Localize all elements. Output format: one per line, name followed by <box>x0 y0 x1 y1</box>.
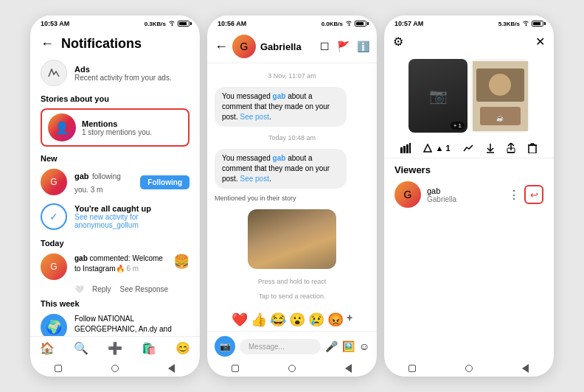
back-button-1[interactable]: ← <box>41 36 54 52</box>
android-nav-1 <box>30 361 200 377</box>
trending-action[interactable] <box>463 144 473 152</box>
viewer-item-1[interactable]: G gab Gabriella ⋮ ↩ <box>394 181 543 208</box>
signal-3: 5.3KB/s <box>498 21 520 27</box>
mic-icon[interactable]: 🎤 <box>325 340 338 352</box>
video-icon[interactable]: ☐ <box>320 41 330 52</box>
chat-messages: 3 Nov, 11:07 am You messaged gab about a… <box>207 63 377 309</box>
more-icon[interactable]: ⋮ <box>508 188 520 202</box>
stories-section-label: Stories about you <box>30 90 200 105</box>
story-thumb-dark[interactable]: 📷 + 1 <box>409 59 467 133</box>
chart-action[interactable] <box>400 143 411 153</box>
svg-rect-6 <box>403 146 406 153</box>
chat-back[interactable]: ← <box>215 39 228 55</box>
mentions-item[interactable]: 👤 Mentions 1 story mentions you. <box>41 108 190 147</box>
mentions-name: Mentions <box>82 119 182 128</box>
reply-link[interactable]: Reply <box>92 285 111 293</box>
today-text-1: gab commented: Welcome to Instagram🔥 6 m <box>74 253 166 274</box>
nav-add[interactable]: ➕ <box>108 341 122 355</box>
gab-follow-item[interactable]: G gab following you. 3 m Following <box>30 165 200 199</box>
chat-header: ← G Gabriella ☐ 🚩 ℹ️ <box>207 30 377 63</box>
close-icon[interactable]: ✕ <box>535 35 545 49</box>
android-square-3[interactable] <box>408 364 417 373</box>
android-back-3[interactable] <box>521 364 530 373</box>
story-image <box>248 209 336 269</box>
svg-rect-8 <box>409 143 411 153</box>
share-action[interactable] <box>507 143 515 153</box>
ads-item[interactable]: Ads Recent activity from your ads. <box>30 56 200 90</box>
nav-home[interactable]: 🏠 <box>40 341 55 355</box>
info-icon[interactable]: ℹ️ <box>357 41 369 52</box>
caught-line1: You're all caught up <box>74 204 190 213</box>
flag-icon[interactable]: 🚩 <box>337 41 350 52</box>
android-back[interactable] <box>167 364 176 373</box>
chat-header-icons: ☐ 🚩 ℹ️ <box>320 41 369 52</box>
nav-shop[interactable]: 🛍️ <box>142 341 156 355</box>
delete-action[interactable] <box>528 143 537 153</box>
mentions-text: Mentions 1 story mentions you. <box>82 119 182 136</box>
like-icon[interactable]: 🤍 <box>74 285 83 293</box>
viewers-section: Viewers G gab Gabriella ⋮ ↩ <box>384 158 554 214</box>
wifi-icon-1 <box>168 20 175 27</box>
story-viewer-header: ⚙ ✕ <box>384 30 554 53</box>
android-circle-3[interactable] <box>465 364 473 373</box>
time-2: 10:56 AM <box>218 20 246 27</box>
ads-avatar <box>41 60 67 86</box>
gallery-icon[interactable]: 🖼️ <box>342 340 355 352</box>
story-thumb-photo[interactable]: ☕ <box>470 59 529 133</box>
viewer-action-icons: ⋮ ↩ <box>508 185 543 204</box>
caught-text: You're all caught up See new activity fo… <box>74 204 190 229</box>
react-heart[interactable]: ❤️ <box>232 312 248 328</box>
android-back-2[interactable] <box>344 364 353 373</box>
press-hold-hint: Press and hold to react <box>215 278 369 285</box>
week-item-1[interactable]: 🌍 Follow NATIONAL GEORGEPHANIC, An.dy an… <box>30 310 200 336</box>
gab-avatar-1: G <box>41 169 67 195</box>
battery-icon-1 <box>178 21 190 27</box>
today-item-1[interactable]: G gab commented: Welcome to Instagram🔥 6… <box>30 250 200 284</box>
react-thumbs[interactable]: 👍 <box>251 312 267 328</box>
react-more[interactable]: + <box>347 312 352 328</box>
svg-rect-15 <box>529 145 536 153</box>
status-right-3: 5.3KB/s <box>498 20 543 27</box>
android-square[interactable] <box>54 364 63 373</box>
viewers-title: Viewers <box>394 164 543 175</box>
emoji-icon[interactable]: ☺ <box>359 340 369 352</box>
today-name: gab <box>74 254 88 262</box>
reactions-bar[interactable]: ❤️ 👍 😂 😮 😢 😡 + <box>207 309 377 331</box>
gab-follow-text: gab following you. 3 m <box>74 169 133 195</box>
settings-icon[interactable]: ⚙ <box>393 35 403 49</box>
see-response-link[interactable]: See Response <box>120 285 169 293</box>
signal-2: 0.0KB/s <box>321 21 343 27</box>
chat-input-area: 📷 Message... 🎤 🖼️ ☺ <box>207 331 377 361</box>
react-angry[interactable]: 😡 <box>327 312 344 328</box>
ads-name: Ads <box>74 65 190 74</box>
svg-point-2 <box>489 74 511 96</box>
gab-avatar-today: G <box>41 253 67 280</box>
nav-profile[interactable]: 😊 <box>175 341 190 355</box>
phone-3: 10:57 AM 5.3KB/s ⚙ ✕ 📷 + 1 <box>384 15 554 377</box>
views-count[interactable]: ▲ 1 <box>423 144 450 153</box>
page-title-1: Notifications <box>61 36 142 52</box>
viewer-sub-name: Gabriella <box>427 195 502 203</box>
nav-search[interactable]: 🔍 <box>74 341 88 355</box>
ads-sub: Recent activity from your ads. <box>74 74 190 82</box>
reply-story-button[interactable]: ↩ <box>524 185 543 204</box>
week-avatar: 🌍 <box>41 314 67 336</box>
android-circle-2[interactable] <box>288 364 296 373</box>
emoji-react: 🍔 <box>173 253 190 270</box>
message-input[interactable]: Message... <box>240 339 321 354</box>
svg-marker-9 <box>424 144 431 152</box>
input-icons: 🎤 🖼️ ☺ <box>325 340 369 352</box>
mentions-sub: 1 story mentions you. <box>82 128 182 136</box>
react-wow[interactable]: 😮 <box>289 312 305 328</box>
follow-button[interactable]: Following <box>140 175 190 189</box>
android-circle[interactable] <box>111 364 119 373</box>
download-action[interactable] <box>486 143 495 153</box>
viewer-name-gab: gab Gabriella <box>427 186 502 203</box>
svg-rect-7 <box>406 144 409 153</box>
react-laugh[interactable]: 😂 <box>270 312 286 328</box>
react-sad[interactable]: 😢 <box>308 312 324 328</box>
story-thumbnails: 📷 + 1 ☕ <box>384 53 554 139</box>
camera-button[interactable]: 📷 <box>215 336 235 357</box>
android-square-2[interactable] <box>231 364 240 373</box>
caught-line2[interactable]: See new activity for anonymous_gollum <box>74 213 190 229</box>
